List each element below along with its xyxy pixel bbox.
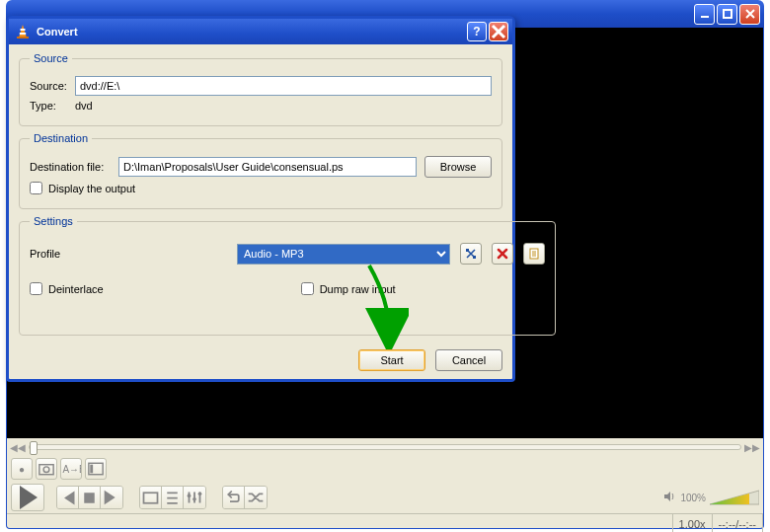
svg-text:A→B: A→B bbox=[62, 464, 81, 475]
svg-rect-6 bbox=[90, 465, 93, 474]
player-control-panel: ◀◀ ▶▶ ● A→B bbox=[6, 438, 764, 529]
new-profile-button[interactable] bbox=[523, 243, 545, 265]
source-groupbox: Source Source: Type: dvd bbox=[19, 52, 502, 126]
svg-rect-16 bbox=[20, 33, 26, 35]
profile-label: Profile bbox=[30, 248, 227, 260]
edit-profile-button[interactable] bbox=[460, 243, 482, 265]
svg-rect-0 bbox=[701, 16, 709, 18]
loop-button[interactable] bbox=[223, 487, 245, 508]
source-input[interactable] bbox=[75, 76, 492, 96]
svg-rect-15 bbox=[21, 29, 26, 31]
start-button[interactable]: Start bbox=[358, 349, 425, 371]
shuffle-button[interactable] bbox=[245, 487, 267, 508]
source-label: Source: bbox=[30, 80, 67, 92]
previous-button[interactable] bbox=[57, 487, 79, 508]
svg-rect-18 bbox=[466, 249, 469, 252]
svg-point-11 bbox=[198, 493, 202, 496]
next-button[interactable] bbox=[101, 487, 122, 508]
seek-forward-icon[interactable]: ▶▶ bbox=[745, 440, 759, 454]
record-button[interactable]: ● bbox=[11, 458, 33, 480]
seek-back-icon[interactable]: ◀◀ bbox=[11, 440, 25, 454]
atob-loop-button[interactable]: A→B bbox=[60, 458, 82, 480]
deinterlace-checkbox[interactable] bbox=[30, 282, 42, 295]
extended-settings-button[interactable] bbox=[184, 487, 205, 508]
delete-profile-button[interactable] bbox=[492, 243, 513, 265]
settings-legend: Settings bbox=[30, 215, 77, 227]
frame-step-button[interactable] bbox=[85, 458, 107, 480]
display-output-checkbox[interactable] bbox=[30, 182, 42, 194]
time-display: --:--/--:-- bbox=[713, 514, 763, 532]
status-message bbox=[7, 514, 673, 532]
vlc-cone-icon bbox=[15, 24, 31, 39]
svg-marker-14 bbox=[19, 25, 27, 38]
volume-slider[interactable] bbox=[710, 489, 759, 506]
svg-rect-19 bbox=[473, 256, 476, 259]
destination-file-label: Destination file: bbox=[30, 161, 111, 173]
svg-rect-8 bbox=[144, 493, 158, 503]
play-button[interactable] bbox=[11, 484, 44, 511]
dialog-title: Convert bbox=[37, 26, 78, 38]
seek-thumb[interactable] bbox=[30, 441, 38, 455]
destination-file-input[interactable] bbox=[118, 157, 417, 177]
destination-legend: Destination bbox=[30, 132, 92, 144]
parent-maximize-button[interactable] bbox=[717, 4, 737, 25]
browse-button[interactable]: Browse bbox=[424, 156, 492, 178]
seek-slider[interactable] bbox=[29, 444, 741, 450]
svg-rect-17 bbox=[17, 37, 29, 38]
parent-minimize-button[interactable] bbox=[694, 4, 715, 25]
dump-raw-checkbox[interactable] bbox=[301, 282, 314, 295]
svg-rect-1 bbox=[724, 10, 732, 18]
speaker-icon[interactable] bbox=[662, 490, 676, 505]
cancel-button[interactable]: Cancel bbox=[435, 349, 502, 371]
svg-rect-7 bbox=[84, 493, 95, 503]
svg-point-3 bbox=[43, 467, 49, 473]
settings-groupbox: Settings Profile Audio - MP3 bbox=[19, 215, 556, 336]
svg-point-10 bbox=[192, 497, 196, 501]
dialog-titlebar[interactable]: Convert ? bbox=[9, 19, 512, 44]
display-output-label: Display the output bbox=[48, 183, 135, 194]
dialog-close-button[interactable] bbox=[489, 22, 508, 41]
deinterlace-label: Deinterlace bbox=[48, 283, 104, 295]
playback-speed-label[interactable]: 1.00x bbox=[673, 514, 713, 532]
dialog-help-button[interactable]: ? bbox=[467, 22, 487, 41]
playlist-button[interactable] bbox=[162, 487, 184, 508]
type-label: Type: bbox=[30, 100, 67, 112]
volume-percent-label: 100% bbox=[680, 493, 706, 503]
dump-raw-label: Dump raw input bbox=[320, 283, 396, 295]
destination-groupbox: Destination Destination file: Browse Dis… bbox=[19, 132, 502, 209]
fullscreen-button[interactable] bbox=[140, 487, 162, 508]
convert-dialog: Convert ? Source Source: Type: dvd Desti… bbox=[6, 16, 515, 382]
profile-combobox[interactable]: Audio - MP3 bbox=[237, 244, 450, 265]
parent-close-button[interactable] bbox=[739, 4, 760, 25]
snapshot-button[interactable] bbox=[36, 458, 57, 480]
source-legend: Source bbox=[30, 52, 72, 64]
type-value: dvd bbox=[75, 100, 93, 112]
stop-button[interactable] bbox=[79, 487, 101, 508]
svg-point-9 bbox=[188, 494, 192, 497]
